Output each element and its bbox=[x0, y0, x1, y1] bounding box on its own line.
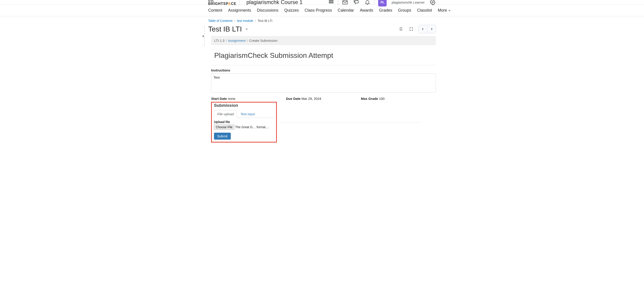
next-button[interactable] bbox=[427, 25, 436, 33]
inner-bc-lti: LTI 1.3 bbox=[214, 39, 224, 42]
bookmark-icon[interactable] bbox=[398, 26, 404, 32]
chosen-file-name: The Great G… format.docx bbox=[235, 125, 271, 129]
nav-assignments[interactable]: Assignments bbox=[228, 8, 251, 13]
nav-discussions[interactable]: Discussions bbox=[257, 8, 278, 13]
nav-quizzes[interactable]: Quizzes bbox=[284, 8, 299, 13]
nav-classlist[interactable]: Classlist bbox=[417, 8, 432, 13]
tab-text-input[interactable]: Text input bbox=[237, 110, 258, 118]
nav-class-progress[interactable]: Class Progress bbox=[304, 8, 332, 13]
expand-sidebar-handle[interactable] bbox=[202, 26, 204, 46]
mail-icon[interactable] bbox=[342, 0, 348, 5]
divider bbox=[278, 122, 421, 123]
gear-icon[interactable] bbox=[430, 0, 436, 5]
brightspace-logo[interactable]: D2L BRIGHTSPACE bbox=[208, 0, 236, 5]
username-label[interactable]: plagiarismchk Learner bbox=[392, 0, 425, 4]
course-title[interactable]: plagiarismchk Course 1 bbox=[246, 0, 302, 5]
svg-point-7 bbox=[432, 1, 434, 3]
instructions-label: Instructions bbox=[211, 65, 436, 73]
logo-brightspace: BRIGHTSPACE bbox=[208, 2, 236, 5]
submission-title: PlagiarismCheck Submission Attempt bbox=[211, 45, 436, 65]
tab-file-upload[interactable]: File upload bbox=[214, 110, 237, 118]
apps-icon[interactable] bbox=[328, 0, 334, 5]
svg-rect-4 bbox=[331, 2, 332, 3]
inner-bc-assignment[interactable]: Assignment bbox=[228, 39, 246, 42]
svg-rect-2 bbox=[332, 0, 333, 1]
chevron-right-icon: › bbox=[234, 19, 235, 22]
divider bbox=[240, 0, 240, 5]
submission-heading: Submission bbox=[214, 102, 274, 110]
choose-file-button[interactable]: Choose File bbox=[214, 125, 234, 130]
notifications-icon[interactable] bbox=[364, 0, 370, 5]
avatar[interactable]: PL bbox=[378, 0, 386, 6]
divider bbox=[374, 0, 374, 4]
svg-rect-0 bbox=[329, 0, 330, 1]
inner-breadcrumb: LTI 1.3 / Assignment / Create Submission bbox=[211, 36, 436, 45]
nav-more[interactable]: More bbox=[438, 8, 451, 13]
svg-rect-1 bbox=[331, 0, 332, 1]
svg-rect-5 bbox=[332, 2, 333, 3]
prev-button[interactable] bbox=[418, 25, 427, 33]
nav-awards[interactable]: Awards bbox=[360, 8, 373, 13]
svg-rect-3 bbox=[329, 2, 330, 3]
page-title: Test IB LTI bbox=[208, 25, 242, 33]
breadcrumb-current: Test IB LTI bbox=[258, 19, 272, 22]
inner-bc-create: Create Submission bbox=[249, 39, 278, 42]
page-title-dropdown[interactable] bbox=[245, 27, 249, 31]
fullscreen-icon[interactable] bbox=[408, 26, 414, 32]
nav-calendar[interactable]: Calendar bbox=[338, 8, 354, 13]
instructions-box: Test bbox=[211, 73, 436, 93]
breadcrumb-toc[interactable]: Table of Contents bbox=[208, 19, 232, 22]
nav-grades[interactable]: Grades bbox=[379, 8, 392, 13]
breadcrumb-module[interactable]: test module bbox=[237, 19, 253, 22]
upload-file-label: Upload file bbox=[214, 118, 274, 125]
meta-start-date: Start Date none bbox=[211, 97, 286, 100]
messages-icon[interactable] bbox=[353, 0, 359, 5]
submit-button[interactable]: Submit bbox=[214, 133, 231, 140]
divider bbox=[338, 0, 338, 4]
chevron-right-icon: › bbox=[255, 19, 256, 22]
meta-max-grade: Max Grade 100 bbox=[361, 97, 436, 100]
main-nav: Content Assignments Discussions Quizzes … bbox=[147, 5, 497, 16]
instructions-text: Test bbox=[214, 75, 220, 79]
meta-due-date: Due Date Mar 29, 2024 bbox=[286, 97, 361, 100]
submission-panel: Submission File upload Text input Upload… bbox=[211, 102, 277, 142]
breadcrumb: Table of Contents › test module › Test I… bbox=[208, 16, 436, 24]
nav-groups[interactable]: Groups bbox=[398, 8, 411, 13]
nav-content[interactable]: Content bbox=[208, 8, 222, 13]
